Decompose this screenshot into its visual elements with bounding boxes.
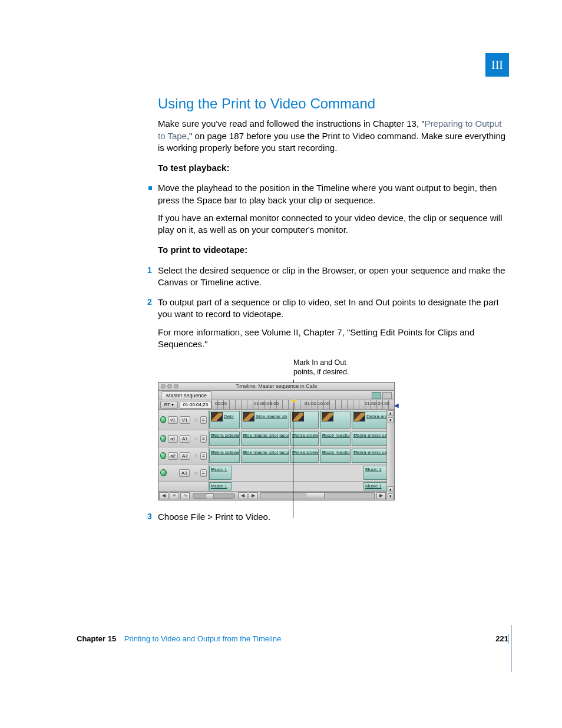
footer-btn: ≡: [170, 492, 179, 499]
audio-clip: ▾▾Debra sidewa: [290, 449, 319, 463]
video-clip: Debra enter: [352, 411, 386, 429]
audio-clip: ▾▾Music 1: [363, 466, 386, 480]
timecode-display: 01:00:04;23: [180, 401, 211, 409]
step-number: 1: [147, 265, 152, 276]
bullet-text: Move the playhead to the position in the…: [158, 183, 497, 205]
video-clip: Side master sh: [241, 411, 289, 429]
enable-led-icon: [160, 416, 166, 423]
track-content-a1: ▾▾Debra sidewalking ▾▾Side master shot j…: [209, 430, 386, 447]
timeline-title: Timeline: Master sequence in Cafe: [236, 383, 318, 389]
lock-icon: ⌂: [194, 417, 199, 423]
timeline-corner-buttons: [372, 392, 392, 399]
track-dest: A2: [180, 452, 190, 460]
enable-led-icon: [160, 435, 166, 442]
window-controls: [161, 384, 178, 388]
audio-clip: ▾▾Jacob reaction: [320, 431, 351, 446]
track-src: v1: [168, 416, 177, 424]
audio-clip: ▾▾Side master shot jacob MS: [241, 449, 289, 463]
figure-annotation: Mark In and Out points, if desired.: [293, 358, 349, 377]
audio-clip: ▾▾Debra enters cafe WS: [352, 449, 386, 463]
track-dest: V1: [180, 416, 190, 424]
ruler-tick: 01:00:08:00: [254, 401, 279, 407]
track-content-a3: ▾▾Music 1 ▾▾Music 1: [209, 465, 386, 481]
track-header-a1: a1 A1 ⌂ ≡: [158, 430, 209, 447]
audio-clip: ▾▾Debra sidewalking: [209, 431, 240, 446]
chapter-label: Chapter 15: [77, 634, 116, 643]
step-2: 2 To output part of a sequence or clip t…: [158, 297, 509, 350]
track-dest: A1: [180, 435, 190, 443]
step-number: 3: [147, 511, 152, 522]
ruler-tick: 01:00:16:00: [305, 401, 329, 407]
audio-clip: ▾▾Side master shot jacob MS: [241, 431, 289, 446]
step-number: 2: [147, 297, 152, 308]
step-1-text: Select the desired sequence or clip in t…: [158, 265, 505, 287]
timeline-tab-row: Master sequence: [158, 391, 394, 400]
timeline-footer: ◀ ≡ ∿ ◀ ▶ ▶: [158, 492, 386, 500]
step-3: 3 Choose File > Print to Video.: [158, 511, 509, 523]
video-clip: [290, 411, 319, 429]
playhead-icon: [293, 400, 293, 518]
vertical-scrollbar: ▴▾ ▴▾: [386, 410, 394, 500]
track-src: a2: [168, 452, 178, 460]
track-toggle: ≡: [200, 469, 207, 477]
bullet-item: Move the playhead to the position in the…: [158, 182, 509, 236]
enable-led-icon: [160, 452, 166, 459]
footer-btn: ∿: [180, 492, 190, 499]
margin-rule: [511, 625, 512, 672]
audio-clip: ▾▾Debra sidewa: [290, 431, 319, 446]
page-footer: Chapter 15 Printing to Video and Output …: [77, 634, 509, 644]
lock-icon: ⌂: [193, 470, 199, 476]
track-src: a1: [168, 435, 178, 443]
footer-btn: ▶: [249, 492, 258, 499]
track-toggle: ≡: [200, 435, 207, 443]
track-header-a4: [158, 482, 209, 491]
timeline-ruler: RT ▾ 01:00:04;23 00:00 01:00:08:00 01:00…: [158, 400, 394, 410]
track-toggle: ≡: [200, 452, 207, 460]
track-content-v1: Debr Side master sh Debra enter: [209, 410, 386, 430]
track-header-v1: v1 V1 ⌂ ≡: [158, 410, 209, 430]
audio-clip: Music 1: [363, 482, 386, 490]
footer-btn: ◀: [159, 492, 168, 499]
track-content-a4: Music 1 Music 1: [209, 482, 386, 491]
step-3-text: Choose File > Print to Video.: [158, 512, 270, 522]
footer-btn: ◀: [238, 492, 247, 499]
lock-icon: ⌂: [194, 436, 199, 442]
intro-text-a: Make sure you've read and followed the i…: [158, 118, 425, 129]
intro-paragraph: Make sure you've read and followed the i…: [158, 118, 509, 154]
page-number: 221: [495, 634, 508, 644]
subheading-print-videotape: To print to videotape:: [158, 245, 247, 255]
footer-btn: ▶: [376, 492, 386, 499]
rt-button: RT ▾: [160, 401, 178, 409]
annotation-line2: points, if desired.: [293, 368, 349, 376]
track-header-a2: a2 A2 ⌂ ≡: [158, 447, 209, 464]
out-point-marker-icon: ◀: [394, 401, 399, 410]
step-2-followup: For more information, see Volume II, Cha…: [158, 327, 509, 351]
audio-clip: ▾▾Jacob reaction: [320, 449, 351, 463]
timeline-titlebar: Timeline: Master sequence in Cafe: [158, 383, 394, 391]
page-heading: Using the Print to Video Command: [158, 94, 509, 113]
ruler-tick: 00:00: [215, 401, 227, 407]
timeline-tracks: v1 V1 ⌂ ≡ Debr Side master sh: [158, 410, 386, 492]
audio-clip: ▾▾Debra sidewalking: [209, 449, 240, 463]
zoom-slider: [193, 493, 235, 499]
bullet-followup: If you have an external monitor connecte…: [158, 212, 509, 236]
figure: Mark In and Out points, if desired. Time…: [158, 358, 509, 500]
section-tab: III: [485, 53, 509, 77]
audio-clip: ▾▾Debra enters cafe WS: [352, 431, 386, 446]
intro-text-b: ," on page 187 before you use the Print …: [158, 131, 505, 153]
audio-clip: Music 1: [209, 482, 232, 490]
ruler-ticks: 00:00 01:00:08:00 01:00:16:00 01:00:24:0…: [211, 400, 394, 409]
chapter-title: Printing to Video and Output from the Ti…: [124, 634, 281, 643]
step-1: 1 Select the desired sequence or clip in…: [158, 265, 509, 289]
video-clip: [320, 411, 351, 429]
track-header-a3: A3 ⌂ ≡: [158, 465, 209, 481]
enable-led-icon: [160, 469, 167, 476]
track-content-a2: ▾▾Debra sidewalking ▾▾Side master shot j…: [209, 447, 386, 464]
video-clip: Debr: [209, 411, 240, 429]
timeline-screenshot: Timeline: Master sequence in Cafe Master…: [158, 382, 395, 500]
sequence-tab: Master sequence: [161, 391, 212, 400]
track-dest: A3: [179, 469, 190, 477]
horizontal-scrollbar: [260, 492, 375, 499]
subheading-test-playback: To test playback:: [158, 163, 229, 173]
track-toggle: ≡: [200, 416, 207, 424]
